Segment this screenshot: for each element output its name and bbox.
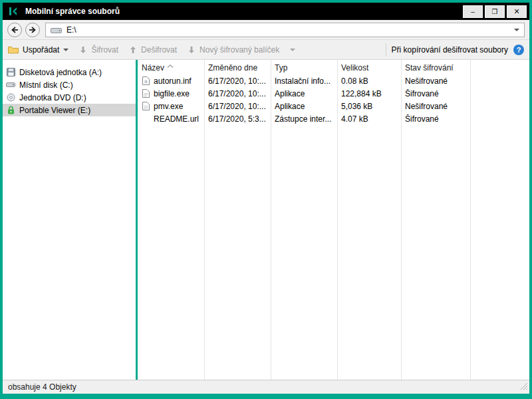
encrypt-arrow-down-icon bbox=[79, 46, 87, 54]
decrypt-arrow-up-icon bbox=[129, 46, 137, 54]
file-type: Aplikace bbox=[271, 89, 337, 98]
toolbar-more-dropdown-icon[interactable] bbox=[290, 49, 295, 51]
sidebar-item-floppy-a[interactable]: Disketová jednotka (A:) bbox=[3, 66, 136, 78]
navigation-bar: E:\ bbox=[3, 20, 529, 40]
organize-label: Uspořádat bbox=[23, 45, 59, 55]
folder-icon bbox=[8, 46, 19, 54]
column-separator bbox=[204, 60, 205, 380]
column-separator bbox=[401, 60, 402, 380]
decrypt-label: Dešifrovat bbox=[141, 45, 177, 55]
window-controls: – ❒ ✕ bbox=[463, 5, 527, 18]
status-text: obsahuje 4 Objekty bbox=[8, 382, 76, 392]
file-list-header: Název Změněno dne Typ Velikost Stav šifr… bbox=[138, 60, 529, 74]
address-dropdown-icon[interactable] bbox=[514, 29, 519, 31]
column-header-size[interactable]: Velikost bbox=[337, 63, 401, 72]
status-bar: obsahuje 4 Objekty bbox=[3, 380, 529, 394]
window-title: Mobilní správce souborů bbox=[25, 7, 120, 16]
encrypt-label: Šifrovat bbox=[91, 45, 118, 55]
file-type: Aplikace bbox=[271, 102, 337, 111]
file-name: pmv.exe bbox=[154, 102, 183, 111]
decrypt-button[interactable]: Dešifrovat bbox=[129, 45, 177, 55]
exe-file-icon bbox=[142, 102, 150, 110]
minimize-button[interactable]: – bbox=[463, 5, 483, 18]
file-list: Název Změněno dne Typ Velikost Stav šifr… bbox=[138, 60, 529, 380]
file-modified: 6/17/2020, 10:... bbox=[204, 102, 271, 111]
column-header-modified[interactable]: Změněno dne bbox=[204, 63, 271, 72]
maximize-button[interactable]: ❒ bbox=[485, 5, 505, 18]
file-name: bigfile.exe bbox=[154, 89, 190, 98]
main-area: Disketová jednotka (A:) Místní disk (C:) bbox=[3, 60, 529, 380]
column-separator bbox=[271, 60, 271, 380]
exe-file-icon bbox=[142, 89, 150, 98]
sidebar-item-dvd-d[interactable]: Jednotka DVD (D:) bbox=[3, 91, 136, 104]
file-size: 0.08 kB bbox=[337, 76, 401, 86]
file-encryption-status: Šifrované bbox=[401, 114, 470, 124]
address-text: E:\ bbox=[66, 25, 76, 35]
dvd-drive-icon bbox=[6, 93, 15, 102]
drive-icon bbox=[51, 26, 62, 34]
kaspersky-logo-icon bbox=[8, 6, 19, 17]
forward-button[interactable] bbox=[25, 23, 40, 37]
new-package-label: Nový šifrovaný balíček bbox=[200, 45, 279, 55]
resize-grip[interactable] bbox=[520, 382, 528, 392]
back-button[interactable] bbox=[7, 23, 22, 37]
file-size: 4.07 kB bbox=[337, 114, 401, 124]
address-bar[interactable]: E:\ bbox=[45, 23, 525, 37]
column-header-type[interactable]: Typ bbox=[271, 63, 337, 72]
file-modified: 6/17/2020, 5:3... bbox=[204, 114, 271, 124]
file-modified: 6/17/2020, 10:... bbox=[204, 76, 271, 86]
file-type: Instalační info... bbox=[271, 76, 337, 86]
title-bar: Mobilní správce souborů – ❒ ✕ bbox=[3, 3, 529, 20]
decrypt-on-copy-label[interactable]: Při kopírování dešifrovat soubory bbox=[392, 45, 508, 55]
file-name: autorun.inf bbox=[154, 76, 192, 86]
file-size: 5,036 kB bbox=[337, 102, 401, 111]
sidebar-item-label: Místní disk (C:) bbox=[19, 80, 73, 90]
forward-arrow-icon bbox=[28, 26, 37, 34]
column-separator bbox=[470, 60, 471, 380]
sidebar-item-label: Jednotka DVD (D:) bbox=[19, 93, 86, 102]
inf-file-icon bbox=[142, 76, 150, 85]
file-encryption-status: Nešifrované bbox=[401, 76, 470, 86]
sidebar-item-portable-viewer-e[interactable]: Portable Viewer (E:) bbox=[3, 104, 136, 116]
toolbar-right-group: Při kopírování dešifrovat soubory ? bbox=[386, 43, 524, 57]
toolbar-separator bbox=[386, 43, 386, 57]
file-encryption-status: Nešifrované bbox=[401, 102, 470, 111]
toolbar: Uspořádat Šifrovat Dešifrovat Nový šifro… bbox=[3, 40, 529, 60]
organize-dropdown-icon bbox=[63, 49, 68, 51]
sidebar-item-local-disk-c[interactable]: Místní disk (C:) bbox=[3, 78, 136, 91]
package-arrow-down-icon bbox=[188, 46, 196, 54]
drive-sidebar: Disketová jednotka (A:) Místní disk (C:) bbox=[3, 60, 136, 380]
file-size: 122,884 kB bbox=[337, 89, 401, 98]
organize-button[interactable]: Uspořádat bbox=[8, 45, 68, 55]
column-header-name[interactable]: Název bbox=[138, 63, 204, 72]
file-type: Zástupce inter... bbox=[271, 114, 337, 124]
file-name: README.url bbox=[154, 114, 199, 124]
help-icon[interactable]: ? bbox=[513, 45, 524, 55]
sidebar-item-label: Disketová jednotka (A:) bbox=[19, 68, 102, 77]
app-window: Mobilní správce souborů – ❒ ✕ E:\ bbox=[0, 0, 532, 399]
floppy-drive-icon bbox=[6, 68, 15, 76]
new-encrypted-package-button[interactable]: Nový šifrovaný balíček bbox=[188, 45, 279, 55]
sidebar-item-label: Portable Viewer (E:) bbox=[19, 106, 90, 115]
file-encryption-status: Šifrované bbox=[401, 89, 470, 98]
column-separator bbox=[337, 60, 338, 380]
hard-disk-icon bbox=[6, 81, 15, 88]
back-arrow-icon bbox=[10, 26, 19, 34]
file-modified: 6/17/2020, 10:... bbox=[204, 89, 271, 98]
lock-icon bbox=[6, 106, 15, 114]
encrypt-button[interactable]: Šifrovat bbox=[79, 45, 118, 55]
column-header-encryption-status[interactable]: Stav šifrování bbox=[401, 63, 470, 72]
close-button[interactable]: ✕ bbox=[507, 5, 527, 18]
